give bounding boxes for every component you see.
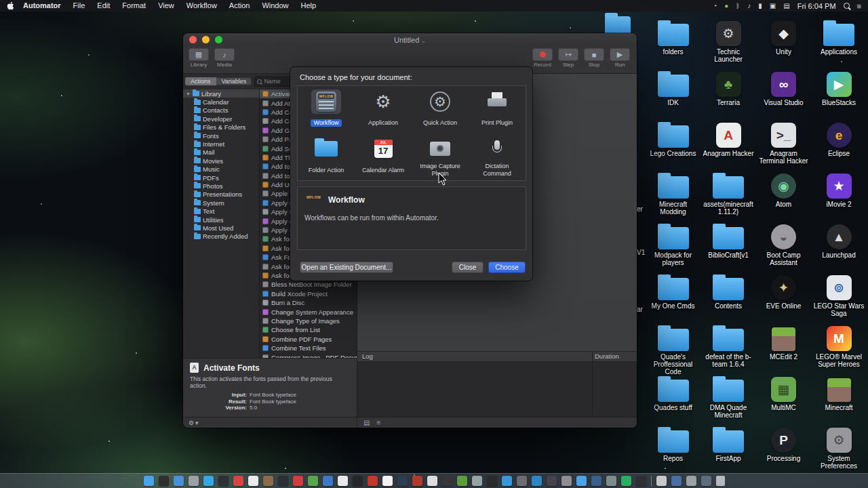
action-list-item[interactable]: Bless NetBoot Image Folder (260, 280, 357, 289)
tree-item-music[interactable]: Music (183, 165, 259, 174)
menu-view[interactable]: View (152, 0, 180, 12)
title-chevron-icon[interactable]: ⌄ (421, 38, 426, 44)
desktop-icon-lego-marvel-super-heroes[interactable]: MLEGO® Marvel Super Heroes (813, 323, 865, 368)
desktop-icon-contents[interactable]: Contents (703, 272, 755, 310)
dock-app-icon-19[interactable] (412, 476, 422, 486)
duration-column-header[interactable]: Duration (595, 352, 619, 360)
dock-app-icon-6[interactable] (218, 476, 229, 486)
desktop-icon-boot-camp-assistant[interactable]: ◒Boot Camp Assistant (757, 221, 810, 266)
desktop-icon-repos[interactable]: Repos (647, 424, 699, 462)
dock-app-icon-4[interactable] (189, 476, 199, 486)
close-button[interactable]: Close (452, 262, 484, 273)
desktop-icon-applications[interactable]: Applications (813, 18, 865, 56)
status-dot-icon[interactable]: ◔ (713, 2, 717, 9)
apple-menu[interactable] (7, 1, 14, 10)
desktop-icon-system-preferences[interactable]: ⚙System Preferences (813, 424, 865, 470)
media-toolbar-button[interactable]: ♪ Media (214, 48, 235, 68)
dock-app-icon-32[interactable] (606, 476, 616, 486)
action-list-item[interactable]: Choose from List (260, 325, 357, 334)
dock-app-icon-18[interactable] (397, 476, 408, 486)
tree-item-internet[interactable]: Internet (183, 140, 259, 148)
tree-item-mail[interactable]: Mail (183, 148, 259, 157)
desktop-icon-mcedit-2[interactable]: MCEdit 2 (757, 323, 810, 361)
desktop-icon-my-one-cmds[interactable]: My One Cmds (647, 272, 699, 310)
choose-button[interactable]: Choose (488, 262, 526, 273)
document-type-calendar-alarm[interactable]: JUL17Calendar Alarm (355, 134, 412, 181)
desktop-icon-minecraft-modding[interactable]: Minecraft Modding (647, 170, 699, 216)
desktop-icon-eclipse[interactable]: eEclipse (813, 119, 865, 157)
dock-app-icon-22[interactable] (457, 476, 467, 486)
desktop-icon-processing[interactable]: PProcessing (757, 424, 810, 462)
dock-app-icon-26[interactable] (517, 476, 527, 486)
view-toggle-icon-2[interactable]: ≡ (376, 419, 380, 426)
dock-app-icon-27[interactable] (532, 476, 542, 486)
document-type-quick-action[interactable]: ⚙Quick Action (412, 86, 469, 134)
keyboard-icon[interactable]: ▤ (783, 2, 789, 9)
tree-item-utilities[interactable]: Utilities (183, 216, 259, 224)
tree-item-pdfs[interactable]: PDFs (183, 174, 259, 182)
desktop-icon-technic-launcher[interactable]: ⚙Technic Launcher (703, 18, 755, 63)
menu-format[interactable]: Format (116, 0, 152, 12)
dock-app-icon-28[interactable] (547, 476, 557, 486)
dock-app-icon-38[interactable] (701, 476, 711, 486)
run-button[interactable]: ▶ Run (610, 48, 630, 68)
dock-app-icon-11[interactable] (293, 476, 303, 486)
desktop-icon-bluestacks[interactable]: ▶BlueStacks (813, 68, 865, 106)
library-toolbar-button[interactable]: ▦ Library (189, 48, 209, 68)
dock-app-icon-35[interactable] (656, 476, 667, 486)
dock-app-icon-21[interactable] (442, 476, 452, 486)
desktop-icon-terraria[interactable]: ♣Terraria (703, 68, 755, 106)
volume-icon[interactable]: ♪ (747, 2, 751, 9)
dock-app-icon-5[interactable] (203, 476, 214, 486)
menu-workflow[interactable]: Workflow (180, 0, 223, 12)
dock-app-icon-13[interactable] (323, 476, 333, 486)
action-list-item[interactable]: Burn a Disc (260, 298, 357, 307)
desktop-icon-minecraft[interactable]: Minecraft (813, 373, 865, 411)
tree-item-library[interactable]: ▼ Library (183, 89, 259, 98)
document-type-workflow[interactable]: WFLOWWorkflow (298, 86, 355, 134)
bluetooth-icon[interactable]: ᛒ (736, 2, 740, 9)
menu-automator[interactable]: Automator (17, 0, 67, 12)
desktop-icon-idk[interactable]: IDK (647, 68, 699, 106)
menu-action[interactable]: Action (223, 0, 256, 12)
menu-window[interactable]: Window (256, 0, 294, 12)
dock-app-icon-7[interactable] (233, 476, 243, 486)
desktop-icon-firstapp[interactable]: FirstApp (703, 424, 755, 462)
tab-variables[interactable]: Variables (216, 77, 252, 85)
menu-clock[interactable]: Fri 6:04 PM (797, 2, 836, 10)
dock-app-icon-36[interactable] (671, 476, 682, 486)
dock-app-icon-10[interactable] (278, 476, 288, 486)
dock-app-icon-34[interactable] (636, 476, 646, 486)
display-icon[interactable]: ▣ (770, 2, 776, 9)
action-list-item[interactable]: Build Xcode Project (260, 289, 357, 298)
dock-app-icon-1[interactable] (144, 476, 154, 486)
dock-app-icon-25[interactable] (502, 476, 512, 486)
tree-item-calendar[interactable]: Calendar (183, 98, 259, 106)
action-list-item[interactable]: Change Type of Images (260, 317, 357, 325)
desktop-icon-imovie-2[interactable]: ★iMovie 2 (813, 170, 865, 208)
dock-app-icon-8[interactable] (248, 476, 258, 486)
log-column-header[interactable]: Log (362, 352, 373, 360)
dock-app-icon-20[interactable] (427, 476, 437, 486)
desktop-icon-lego-star-wars-saga[interactable]: ⊚LEGO Star Wars Saga (813, 272, 865, 317)
trash-icon[interactable] (716, 476, 725, 486)
window-titlebar[interactable]: Untitled ⌄ (183, 33, 637, 46)
tree-item-presentations[interactable]: Presentations (183, 190, 259, 199)
desktop-icon-eve-online[interactable]: ✦EVE Online (757, 272, 810, 310)
desktop-icon-modpack-for-players[interactable]: Modpack for players (647, 221, 699, 266)
partially-hidden-folder-icon[interactable] (605, 16, 631, 35)
desktop-icon-lego-creations[interactable]: Lego Creations (647, 119, 699, 157)
tree-item-recently-added[interactable]: Recently Added (183, 232, 259, 241)
dock-app-icon-12[interactable] (308, 476, 318, 486)
tree-item-files-folders[interactable]: Files & Folders (183, 123, 259, 131)
tree-item-contacts[interactable]: Contacts (183, 106, 259, 115)
dock-app-icon-16[interactable] (368, 476, 378, 486)
step-button[interactable]: ↦ Step (558, 48, 578, 68)
dock-app-icon-31[interactable] (591, 476, 601, 486)
open-existing-document-button[interactable]: Open an Existing Document... (300, 262, 393, 273)
record-button[interactable]: Record (532, 48, 553, 68)
desktop-icon-quade-s-proffessional-code[interactable]: Quade's Proffessional Code (647, 323, 699, 375)
desktop-icon-bibliocraft-v1[interactable]: BiblioCraft[v1 (703, 221, 755, 259)
dock-app-icon-37[interactable] (686, 476, 696, 486)
disclosure-triangle-icon[interactable]: ▼ (186, 92, 191, 96)
